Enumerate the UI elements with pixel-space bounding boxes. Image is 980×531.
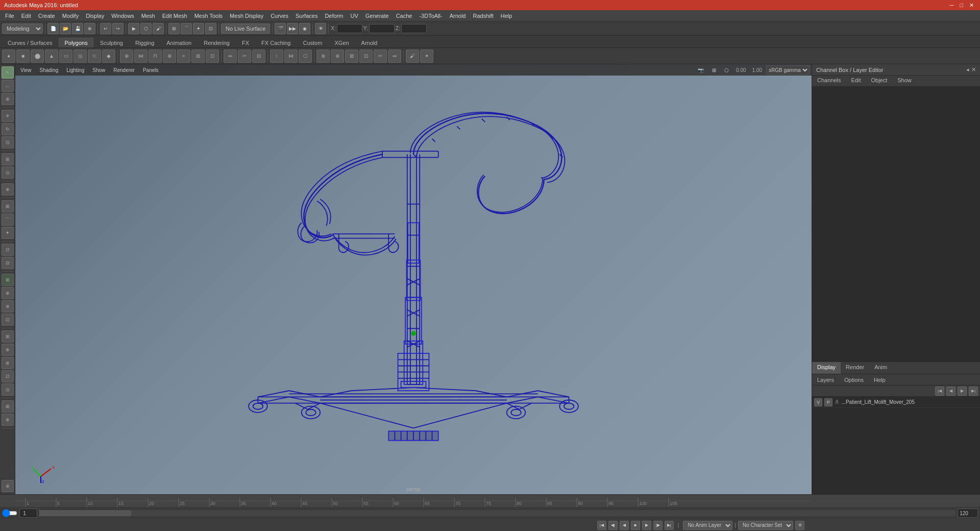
- menu-display[interactable]: Display: [83, 12, 107, 20]
- select-btn[interactable]: ▶: [128, 23, 139, 34]
- vp-shading-menu[interactable]: Shading: [37, 67, 62, 74]
- paint-btn[interactable]: 🖌: [153, 23, 164, 34]
- start-frame-input[interactable]: [19, 509, 37, 518]
- workspace-dropdown[interactable]: Modeling: [2, 23, 43, 34]
- misc-tool-2[interactable]: ⊕: [2, 414, 14, 426]
- snap-point-left-btn[interactable]: ✦: [2, 227, 14, 239]
- loh-options[interactable]: Options: [839, 375, 869, 384]
- minimize-btn[interactable]: ─: [948, 2, 956, 9]
- paint-select-btn[interactable]: ⊕: [2, 93, 14, 105]
- anim-layer-dropdown[interactable]: No Anim Layer: [683, 521, 732, 530]
- tab-rigging[interactable]: Rigging: [130, 38, 160, 47]
- vp-lighting-menu[interactable]: Lighting: [63, 67, 87, 74]
- polygon-tool-7[interactable]: ⊗: [2, 357, 14, 369]
- shelf-prism[interactable]: ◆: [102, 50, 115, 63]
- no-live-surface-btn[interactable]: No Live Surface: [221, 23, 270, 34]
- vp-show-menu[interactable]: Show: [89, 67, 108, 74]
- select-tool-btn[interactable]: ↖: [2, 66, 14, 79]
- menu-radshift[interactable]: Radshift: [470, 12, 496, 20]
- menu-mesh-display[interactable]: Mesh Display: [227, 12, 266, 20]
- title-bar-controls[interactable]: ─ □ ✕: [948, 2, 976, 9]
- shelf-extrude[interactable]: ⊕: [120, 50, 133, 63]
- new-scene-btn[interactable]: 📄: [47, 23, 59, 34]
- drt-tab-anim[interactable]: Anim: [869, 362, 892, 374]
- menu-deform[interactable]: Deform: [322, 12, 346, 20]
- menu-windows[interactable]: Windows: [108, 12, 137, 20]
- cb-tab-edit[interactable]: Edit: [846, 76, 866, 86]
- menu-mesh[interactable]: Mesh: [138, 12, 158, 20]
- cb-tab-channels[interactable]: Channels: [812, 76, 846, 86]
- polygon-tool-1[interactable]: ⊞: [2, 274, 14, 286]
- close-btn[interactable]: ✕: [967, 2, 976, 9]
- vp-wireframe-btn[interactable]: ⬡: [721, 67, 732, 74]
- time-slider[interactable]: [39, 510, 955, 516]
- polygon-tool-4[interactable]: ⊡: [2, 313, 14, 326]
- go-to-end-btn[interactable]: ▶|: [665, 521, 674, 530]
- shelf-smooth[interactable]: ≈: [177, 50, 190, 63]
- shelf-cone[interactable]: ▲: [45, 50, 58, 63]
- rotate-tool-btn[interactable]: ↻: [2, 123, 14, 135]
- vp-panels-menu[interactable]: Panels: [140, 67, 162, 74]
- tab-animation[interactable]: Animation: [161, 38, 197, 47]
- tab-xgen[interactable]: XGen: [329, 38, 354, 47]
- shelf-torus[interactable]: ◎: [74, 50, 87, 63]
- shelf-subdivide[interactable]: ⬡: [299, 50, 312, 63]
- char-set-dropdown[interactable]: No Character Set: [738, 521, 793, 530]
- render-btn[interactable]: 🎬: [275, 23, 286, 34]
- tab-rendering[interactable]: Rendering: [198, 38, 235, 47]
- show-hide-btn[interactable]: 👁: [315, 23, 326, 34]
- vp-cam-btn[interactable]: 📷: [695, 67, 707, 74]
- shelf-project[interactable]: ⊗: [331, 50, 344, 63]
- step-back-btn[interactable]: ◀|: [608, 521, 618, 530]
- cb-expand-btn[interactable]: ◂: [966, 66, 969, 73]
- layer-ctrl-btn-1[interactable]: |◀: [935, 387, 944, 396]
- snap-grid-left-btn[interactable]: ⊞: [2, 200, 14, 212]
- render-seq-btn[interactable]: ▶▶: [287, 23, 298, 34]
- menu-modify[interactable]: Modify: [59, 12, 82, 20]
- shelf-cut-uv[interactable]: ✂: [374, 50, 387, 63]
- layer-visibility-btn-0[interactable]: V: [814, 398, 822, 406]
- menu-edit-mesh[interactable]: Edit Mesh: [159, 12, 190, 20]
- polygon-tool-3[interactable]: ⊗: [2, 300, 14, 312]
- gamma-dropdown[interactable]: sRGB gamma: [766, 65, 810, 75]
- menu-mesh-tools[interactable]: Mesh Tools: [191, 12, 226, 20]
- shelf-bevel[interactable]: ⊓: [149, 50, 162, 63]
- cb-close-btn[interactable]: ✕: [971, 66, 976, 73]
- tab-polygons[interactable]: Polygons: [59, 38, 93, 47]
- end-frame-input[interactable]: [958, 509, 978, 518]
- scale-tool-btn[interactable]: ⊡: [2, 136, 14, 149]
- shelf-unfold[interactable]: ⊞: [345, 50, 358, 63]
- vp-renderer-menu[interactable]: Renderer: [110, 67, 138, 74]
- shelf-uv-mirror[interactable]: ⇔: [388, 50, 401, 63]
- shelf-paint-weights[interactable]: 🖌: [406, 50, 419, 63]
- tab-sculpting[interactable]: Sculpting: [94, 38, 129, 47]
- shelf-pipe[interactable]: ⊂: [88, 50, 101, 63]
- save-scene-btn[interactable]: ⊕: [84, 23, 95, 34]
- menu-create[interactable]: Create: [35, 12, 58, 20]
- step-fwd-btn[interactable]: |▶: [653, 521, 663, 530]
- soft-select-btn[interactable]: ◎: [2, 166, 14, 179]
- snap-point-btn[interactable]: ✦: [193, 23, 204, 34]
- menu-surfaces[interactable]: Surfaces: [292, 12, 321, 20]
- shelf-layout[interactable]: ⊡: [359, 50, 373, 63]
- frame-range-input[interactable]: [2, 510, 17, 516]
- snap-view-btn[interactable]: ⊡: [205, 23, 216, 34]
- frame-all-btn[interactable]: ⊡: [2, 244, 14, 256]
- shelf-insert-loop[interactable]: ⊟: [252, 50, 265, 63]
- x-input[interactable]: [337, 24, 362, 33]
- misc-tool-3[interactable]: ⊗: [2, 480, 14, 492]
- lasso-tool-btn[interactable]: ⌓: [2, 80, 14, 92]
- tab-fx-caching[interactable]: FX Caching: [256, 38, 296, 47]
- shelf-separate[interactable]: ⊡: [206, 50, 219, 63]
- polygon-tool-9[interactable]: ◎: [2, 383, 14, 396]
- menu-arnold[interactable]: Arnold: [447, 12, 469, 20]
- shelf-bridge[interactable]: ⋈: [134, 50, 148, 63]
- shelf-cylinder[interactable]: ⬤: [31, 50, 44, 63]
- pb-settings-btn[interactable]: ⚙: [795, 521, 804, 530]
- menu-help[interactable]: Help: [498, 12, 516, 20]
- frame-select-btn[interactable]: ⊟: [2, 257, 14, 269]
- shelf-poke[interactable]: ↕: [270, 50, 283, 63]
- ipr-btn[interactable]: ◉: [299, 23, 310, 34]
- menu-edit[interactable]: Edit: [18, 12, 34, 20]
- universal-manip-btn[interactable]: ⊞: [2, 153, 14, 165]
